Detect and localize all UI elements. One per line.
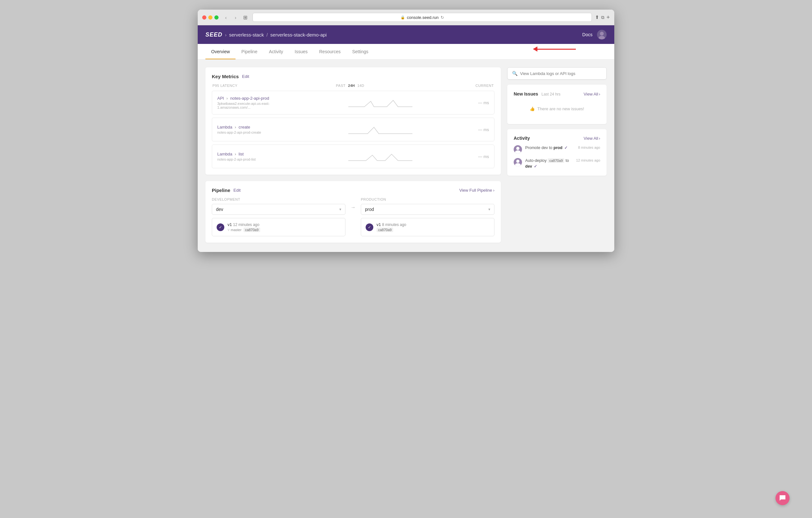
new-tab-button[interactable]: + bbox=[606, 14, 610, 21]
pipeline-card: Pipeline Edit View Full Pipeline › DEVEL… bbox=[205, 181, 501, 243]
app-header: SEED › serverless-stack / serverless-sta… bbox=[198, 25, 614, 44]
arrow-line bbox=[538, 49, 576, 50]
tab-settings[interactable]: Settings bbox=[346, 44, 374, 59]
deploy-item-prod: ✓ v1 8 minutes ago ca870a9 bbox=[361, 218, 494, 236]
close-button[interactable] bbox=[202, 16, 206, 20]
search-input[interactable] bbox=[520, 71, 602, 76]
metric-lambda-link[interactable]: Lambda bbox=[217, 125, 232, 130]
stage-label-dev: DEVELOPMENT bbox=[212, 198, 240, 201]
metric-info-create: Lambda › create notes-app-2-api-prod-cre… bbox=[217, 125, 288, 134]
issues-view-all-button[interactable]: View All › bbox=[583, 92, 600, 96]
share-button[interactable]: ⬆ bbox=[595, 15, 599, 20]
metric-info-api: API › notes-app-2-api-prod 3pkwibawa2.ex… bbox=[217, 96, 288, 109]
tab-pipeline[interactable]: Pipeline bbox=[235, 44, 263, 59]
svg-point-0 bbox=[600, 32, 604, 36]
pipeline-edit-button[interactable]: Edit bbox=[234, 188, 241, 193]
app-header-right: Docs bbox=[582, 30, 607, 39]
14d-col-label: 14D bbox=[357, 84, 364, 87]
tab-activity[interactable]: Activity bbox=[263, 44, 289, 59]
stage-selector-dev[interactable]: dev ▾ bbox=[212, 204, 345, 215]
stage-header-prod: PRODUCTION bbox=[361, 198, 494, 201]
deploy-info-prod: v1 8 minutes ago ca870a9 bbox=[377, 222, 490, 232]
tab-button[interactable]: ⧉ bbox=[601, 15, 604, 20]
metric-lambda-list-link[interactable]: Lambda bbox=[217, 152, 232, 156]
user-avatar[interactable] bbox=[597, 30, 607, 39]
chat-bubble-button[interactable] bbox=[776, 491, 789, 505]
stage-env-prod: prod bbox=[365, 207, 374, 212]
metrics-column-headers: P95 LATENCY PAST 24H 14D CURRENT bbox=[212, 84, 494, 87]
docs-link[interactable]: Docs bbox=[582, 32, 592, 37]
pipeline-view-all-button[interactable]: View Full Pipeline › bbox=[459, 188, 494, 193]
maximize-button[interactable] bbox=[214, 16, 219, 20]
issues-title-group: New Issues Last 24 hrs bbox=[514, 91, 560, 97]
metrics-card-header: Key Metrics Edit bbox=[212, 74, 494, 79]
activity-view-all-chevron: › bbox=[599, 136, 600, 141]
metric-api-link[interactable]: API bbox=[217, 96, 224, 100]
metric-create-link[interactable]: create bbox=[239, 125, 250, 130]
issues-header: New Issues Last 24 hrs View All › bbox=[514, 91, 600, 97]
tab-resources[interactable]: Resources bbox=[313, 44, 346, 59]
metric-chart-list bbox=[292, 149, 469, 164]
metric-title-api: API › notes-app-2-api-prod bbox=[217, 96, 288, 100]
stage-label-prod: PRODUCTION bbox=[361, 198, 386, 201]
address-bar[interactable]: 🔒 console.seed.run ↻ bbox=[253, 13, 592, 22]
breadcrumb-demo[interactable]: serverless-stack-demo-api bbox=[270, 32, 327, 37]
metric-row-lambda-create: Lambda › create notes-app-2-api-prod-cre… bbox=[212, 118, 494, 141]
activity-time-0: 8 minutes ago bbox=[578, 146, 600, 149]
check-mark-0: ✓ bbox=[564, 146, 568, 150]
deploy-commit-prod: ca870a9 bbox=[377, 228, 393, 232]
metric-row-lambda-list: Lambda › list notes-app-2-api-prod-list … bbox=[212, 145, 494, 168]
metrics-edit-button[interactable]: Edit bbox=[242, 74, 249, 79]
branch-name-dev: master bbox=[231, 228, 242, 232]
forward-button[interactable]: › bbox=[231, 13, 240, 22]
pipeline-view-all-chevron: › bbox=[493, 188, 494, 193]
stage-selector-chevron-dev: ▾ bbox=[339, 207, 341, 211]
activity-middle-1: to bbox=[566, 159, 569, 163]
content-left: Key Metrics Edit P95 LATENCY PAST 24H 14… bbox=[205, 67, 501, 244]
24h-col-label: 24H bbox=[348, 84, 355, 87]
tab-overview[interactable]: Overview bbox=[205, 44, 235, 59]
deploy-time-prod: 8 minutes ago bbox=[382, 223, 406, 227]
search-box[interactable]: 🔍 bbox=[507, 67, 607, 80]
app-logo[interactable]: SEED bbox=[205, 31, 222, 38]
issues-view-all-chevron: › bbox=[599, 92, 600, 96]
activity-text-1: Auto-deploy ca870a9 to dev ✓ bbox=[525, 158, 573, 169]
deploy-meta-prod: ca870a9 bbox=[377, 228, 490, 232]
tab-issues[interactable]: Issues bbox=[289, 44, 313, 59]
stage-selector-prod[interactable]: prod ▾ bbox=[361, 204, 494, 215]
issues-empty-state: 👍 There are no new issues! bbox=[514, 100, 600, 118]
no-issues-text: There are no new issues! bbox=[538, 107, 584, 111]
issues-title: New Issues bbox=[514, 91, 538, 96]
metric-list-link[interactable]: list bbox=[239, 152, 244, 156]
past-col-label: PAST bbox=[336, 84, 345, 87]
activity-text-0: Promote dev to prod ✓ bbox=[525, 145, 575, 151]
main-content: Key Metrics Edit P95 LATENCY PAST 24H 14… bbox=[198, 60, 614, 252]
refresh-icon[interactable]: ↻ bbox=[441, 15, 444, 20]
browser-chrome: ‹ › ⊞ 🔒 console.seed.run ↻ ⬆ ⧉ + bbox=[198, 10, 614, 25]
metrics-title: Key Metrics bbox=[212, 74, 239, 79]
deploy-check-dev: ✓ bbox=[216, 223, 224, 231]
pipeline-title: Pipeline bbox=[212, 188, 230, 193]
activity-prefix-0: Promote dev to bbox=[525, 146, 552, 150]
activity-bold-1: dev bbox=[525, 164, 532, 169]
metric-api-name-link[interactable]: notes-app-2-api-prod bbox=[230, 96, 269, 100]
sidebar-toggle-button[interactable]: ⊞ bbox=[241, 13, 249, 22]
deploy-branch-dev: ⑂ master bbox=[228, 228, 242, 232]
lock-icon: 🔒 bbox=[401, 16, 405, 20]
deploy-info-dev: v1 12 minutes ago ⑂ master ca870a9 bbox=[228, 222, 341, 232]
activity-view-all-button[interactable]: View All › bbox=[583, 136, 600, 141]
deploy-check-prod: ✓ bbox=[366, 223, 373, 231]
url-text: console.seed.run bbox=[407, 15, 439, 20]
current-col-label: CURRENT bbox=[475, 84, 494, 87]
arrow-head bbox=[533, 47, 538, 52]
activity-view-all-label: View All bbox=[583, 136, 598, 141]
breadcrumb-sep-2: / bbox=[266, 32, 267, 37]
activity-bold-0: prod bbox=[553, 146, 562, 150]
deploy-version-label-prod: v1 bbox=[377, 222, 381, 227]
breadcrumb-stack[interactable]: serverless-stack bbox=[229, 32, 264, 37]
nav-tabs: Overview Pipeline Activity Issues Resour… bbox=[198, 44, 614, 60]
activity-item-1: Auto-deploy ca870a9 to dev ✓ 12 minutes … bbox=[514, 158, 600, 169]
check-mark-1: ✓ bbox=[534, 164, 538, 169]
back-button[interactable]: ‹ bbox=[222, 13, 230, 22]
minimize-button[interactable] bbox=[208, 16, 212, 20]
